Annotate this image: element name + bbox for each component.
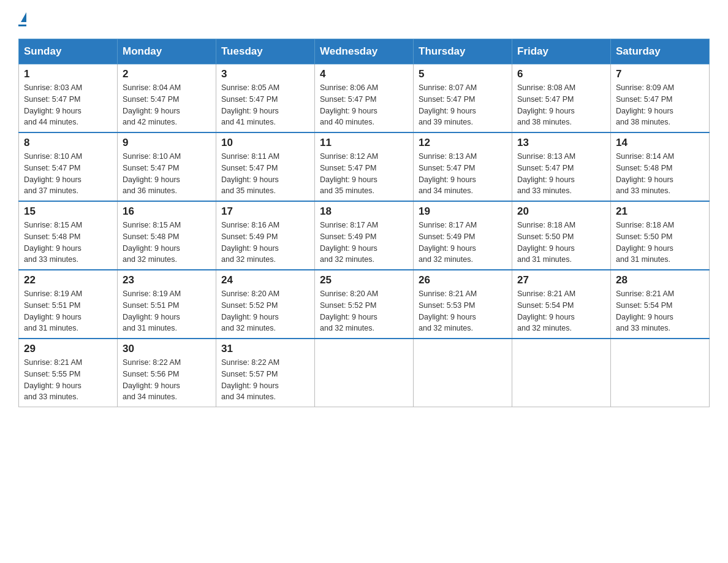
calendar-day-cell: 23 Sunrise: 8:19 AM Sunset: 5:51 PM Dayl… [118, 270, 216, 339]
day-number: 9 [123, 137, 211, 149]
calendar-day-cell: 15 Sunrise: 8:15 AM Sunset: 5:48 PM Dayl… [19, 201, 118, 270]
day-info: Sunrise: 8:20 AM Sunset: 5:52 PM Dayligh… [221, 288, 309, 334]
day-info: Sunrise: 8:19 AM Sunset: 5:51 PM Dayligh… [24, 288, 112, 334]
calendar-day-cell: 18 Sunrise: 8:17 AM Sunset: 5:49 PM Dayl… [315, 201, 414, 270]
day-info: Sunrise: 8:14 AM Sunset: 5:48 PM Dayligh… [616, 151, 704, 197]
day-number: 31 [221, 343, 309, 355]
calendar-week-row: 8 Sunrise: 8:10 AM Sunset: 5:47 PM Dayli… [19, 132, 710, 201]
day-info: Sunrise: 8:09 AM Sunset: 5:47 PM Dayligh… [616, 82, 704, 128]
day-info: Sunrise: 8:17 AM Sunset: 5:49 PM Dayligh… [419, 220, 507, 266]
day-info: Sunrise: 8:18 AM Sunset: 5:50 PM Dayligh… [616, 220, 704, 266]
day-info: Sunrise: 8:21 AM Sunset: 5:54 PM Dayligh… [517, 288, 605, 334]
day-info: Sunrise: 8:06 AM Sunset: 5:47 PM Dayligh… [320, 82, 408, 128]
calendar-day-header: Sunday [19, 39, 118, 64]
day-number: 26 [419, 274, 507, 286]
calendar-day-cell: 3 Sunrise: 8:05 AM Sunset: 5:47 PM Dayli… [216, 64, 315, 133]
day-info: Sunrise: 8:21 AM Sunset: 5:55 PM Dayligh… [24, 357, 112, 403]
logo-underline [18, 25, 26, 26]
day-number: 15 [24, 205, 112, 218]
day-info: Sunrise: 8:13 AM Sunset: 5:47 PM Dayligh… [419, 151, 507, 197]
day-number: 22 [24, 274, 112, 286]
day-number: 12 [419, 137, 507, 149]
day-info: Sunrise: 8:11 AM Sunset: 5:47 PM Dayligh… [221, 151, 309, 197]
calendar-day-cell: 5 Sunrise: 8:07 AM Sunset: 5:47 PM Dayli… [414, 64, 512, 133]
day-info: Sunrise: 8:03 AM Sunset: 5:47 PM Dayligh… [24, 82, 112, 128]
day-number: 29 [24, 343, 112, 355]
day-number: 8 [24, 137, 112, 149]
day-number: 10 [221, 137, 309, 149]
day-info: Sunrise: 8:15 AM Sunset: 5:48 PM Dayligh… [24, 220, 112, 266]
calendar-day-cell [512, 339, 611, 407]
day-info: Sunrise: 8:22 AM Sunset: 5:56 PM Dayligh… [123, 357, 211, 403]
calendar-day-cell: 17 Sunrise: 8:16 AM Sunset: 5:49 PM Dayl… [216, 201, 315, 270]
day-info: Sunrise: 8:12 AM Sunset: 5:47 PM Dayligh… [320, 151, 408, 197]
calendar-day-cell: 14 Sunrise: 8:14 AM Sunset: 5:48 PM Dayl… [611, 132, 710, 201]
day-number: 17 [221, 205, 309, 218]
day-number: 24 [221, 274, 309, 286]
calendar-day-cell: 25 Sunrise: 8:20 AM Sunset: 5:52 PM Dayl… [315, 270, 414, 339]
calendar-week-row: 15 Sunrise: 8:15 AM Sunset: 5:48 PM Dayl… [19, 201, 710, 270]
calendar-day-header: Monday [118, 39, 216, 64]
calendar-day-header: Friday [512, 39, 611, 64]
day-info: Sunrise: 8:05 AM Sunset: 5:47 PM Dayligh… [221, 82, 309, 128]
calendar-day-cell: 27 Sunrise: 8:21 AM Sunset: 5:54 PM Dayl… [512, 270, 611, 339]
logo [18, 12, 26, 26]
day-info: Sunrise: 8:17 AM Sunset: 5:49 PM Dayligh… [320, 220, 408, 266]
day-number: 28 [616, 274, 704, 286]
day-number: 18 [320, 205, 408, 218]
day-number: 4 [320, 68, 408, 80]
calendar-day-cell: 31 Sunrise: 8:22 AM Sunset: 5:57 PM Dayl… [216, 339, 315, 407]
day-info: Sunrise: 8:07 AM Sunset: 5:47 PM Dayligh… [419, 82, 507, 128]
calendar-day-cell: 13 Sunrise: 8:13 AM Sunset: 5:47 PM Dayl… [512, 132, 611, 201]
day-number: 23 [123, 274, 211, 286]
day-number: 11 [320, 137, 408, 149]
day-number: 5 [419, 68, 507, 80]
day-number: 1 [24, 68, 112, 80]
calendar-day-cell [611, 339, 710, 407]
calendar-table: SundayMondayTuesdayWednesdayThursdayFrid… [18, 39, 710, 407]
calendar-day-cell: 1 Sunrise: 8:03 AM Sunset: 5:47 PM Dayli… [19, 64, 118, 133]
day-number: 16 [123, 205, 211, 218]
calendar-day-cell: 22 Sunrise: 8:19 AM Sunset: 5:51 PM Dayl… [19, 270, 118, 339]
page-header [18, 12, 710, 26]
day-info: Sunrise: 8:19 AM Sunset: 5:51 PM Dayligh… [123, 288, 211, 334]
day-info: Sunrise: 8:04 AM Sunset: 5:47 PM Dayligh… [123, 82, 211, 128]
calendar-header-row: SundayMondayTuesdayWednesdayThursdayFrid… [19, 39, 710, 64]
calendar-day-header: Wednesday [315, 39, 414, 64]
day-info: Sunrise: 8:15 AM Sunset: 5:48 PM Dayligh… [123, 220, 211, 266]
calendar-day-cell: 12 Sunrise: 8:13 AM Sunset: 5:47 PM Dayl… [414, 132, 512, 201]
day-info: Sunrise: 8:10 AM Sunset: 5:47 PM Dayligh… [24, 151, 112, 197]
calendar-day-cell: 16 Sunrise: 8:15 AM Sunset: 5:48 PM Dayl… [118, 201, 216, 270]
day-info: Sunrise: 8:10 AM Sunset: 5:47 PM Dayligh… [123, 151, 211, 197]
day-info: Sunrise: 8:13 AM Sunset: 5:47 PM Dayligh… [517, 151, 605, 197]
day-number: 19 [419, 205, 507, 218]
calendar-day-cell: 4 Sunrise: 8:06 AM Sunset: 5:47 PM Dayli… [315, 64, 414, 133]
day-number: 30 [123, 343, 211, 355]
calendar-day-cell: 7 Sunrise: 8:09 AM Sunset: 5:47 PM Dayli… [611, 64, 710, 133]
day-info: Sunrise: 8:08 AM Sunset: 5:47 PM Dayligh… [517, 82, 605, 128]
calendar-day-cell: 10 Sunrise: 8:11 AM Sunset: 5:47 PM Dayl… [216, 132, 315, 201]
day-number: 27 [517, 274, 605, 286]
day-info: Sunrise: 8:16 AM Sunset: 5:49 PM Dayligh… [221, 220, 309, 266]
calendar-day-cell [414, 339, 512, 407]
day-info: Sunrise: 8:22 AM Sunset: 5:57 PM Dayligh… [221, 357, 309, 403]
calendar-day-header: Saturday [611, 39, 710, 64]
calendar-day-cell: 9 Sunrise: 8:10 AM Sunset: 5:47 PM Dayli… [118, 132, 216, 201]
day-number: 2 [123, 68, 211, 80]
logo-triangle-icon [21, 12, 26, 22]
day-info: Sunrise: 8:21 AM Sunset: 5:54 PM Dayligh… [616, 288, 704, 334]
calendar-day-cell: 30 Sunrise: 8:22 AM Sunset: 5:56 PM Dayl… [118, 339, 216, 407]
day-info: Sunrise: 8:18 AM Sunset: 5:50 PM Dayligh… [517, 220, 605, 266]
calendar-week-row: 22 Sunrise: 8:19 AM Sunset: 5:51 PM Dayl… [19, 270, 710, 339]
day-number: 20 [517, 205, 605, 218]
day-number: 21 [616, 205, 704, 218]
calendar-day-cell: 6 Sunrise: 8:08 AM Sunset: 5:47 PM Dayli… [512, 64, 611, 133]
calendar-day-cell: 21 Sunrise: 8:18 AM Sunset: 5:50 PM Dayl… [611, 201, 710, 270]
day-number: 13 [517, 137, 605, 149]
calendar-day-cell: 8 Sunrise: 8:10 AM Sunset: 5:47 PM Dayli… [19, 132, 118, 201]
day-info: Sunrise: 8:21 AM Sunset: 5:53 PM Dayligh… [419, 288, 507, 334]
calendar-day-cell: 11 Sunrise: 8:12 AM Sunset: 5:47 PM Dayl… [315, 132, 414, 201]
day-number: 14 [616, 137, 704, 149]
day-number: 3 [221, 68, 309, 80]
calendar-day-cell [315, 339, 414, 407]
